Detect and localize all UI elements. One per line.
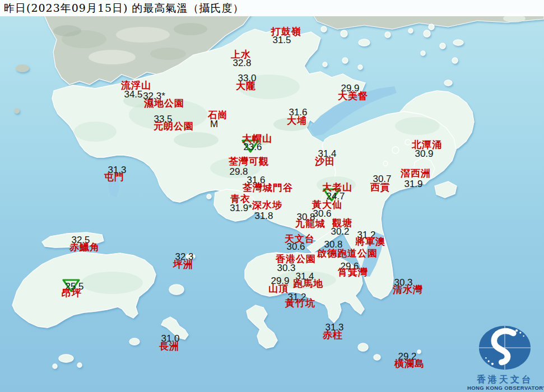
station-value: 31.9 [404,179,422,189]
page-title: 昨日(2023年09月15日) 的最高氣溫（攝氏度） [0,1,244,16]
station-name-label: 昂坪 [62,288,82,298]
station-name-label: 長洲 [159,342,179,351]
station-name-label: 流浮山 [121,81,151,90]
station-name-label: 九龍城 [295,219,326,228]
station-name-label: 清水灣 [393,285,423,295]
station-name-label: 上水 [231,50,251,59]
station-name-label: 黃大仙 [312,200,342,209]
station-name-label: 大隴 [236,81,256,91]
hko-logo-english-name: HONG KONG OBSERVATORY [467,385,542,391]
station-value: 31.9* [230,203,252,213]
station-value: M [210,119,218,129]
station-name-label: 山頂 [268,284,289,293]
station-value: 30.3 [277,263,295,273]
station-name-label: 濕地公園 [144,99,184,108]
station-name-label: 打鼓嶺 [271,27,301,36]
hko-logo-icon [478,324,532,371]
station-name-label: 黃竹坑 [285,298,315,308]
station-name-label: 青衣 [230,194,250,204]
station-name-label: 赤柱 [323,330,343,340]
station-name-label: 沙田 [315,157,335,166]
station-name-label: 深水埗 [252,200,282,210]
station-name-label: 石崗 [208,110,228,120]
station-name-label: 筲箕灣 [338,268,368,277]
station-name-label: 元朗公園 [154,122,194,131]
title-bar: 昨日(2023年09月15日) 的最高氣溫（攝氏度） [0,0,544,16]
station-name-label: 大埔 [287,116,307,125]
station-name-label: 滘西洲 [401,169,431,178]
station-name-label: 荃灣城門谷 [243,183,293,193]
stations-layer: 31.5打鼓嶺32.8上水33.0大隴34.5流浮山32.3*濕地公園33.5元… [0,0,544,392]
station-name-label: 天文台 [285,234,315,244]
station-name-label: 橫瀾島 [394,359,425,368]
station-name-label: 大老山 [322,183,352,192]
hko-logo-chinese-name: 香港天文台 [467,375,542,385]
station-value: 30.9 [415,149,433,158]
hko-logo: 香港天文台 HONG KONG OBSERVATORY [467,324,542,391]
hko-max-temperature-map: 昨日(2023年09月15日) 的最高氣溫（攝氏度） 31.5打鼓嶺32.8上水… [0,0,544,392]
station-name-label: 荃灣可觀 [229,157,269,166]
station-name-label: 觀塘 [332,218,352,228]
station-name-label: 大美督 [338,91,368,101]
station-name-label: 大帽山 [242,134,272,143]
station-name-label: 西貢 [370,183,390,192]
station-name-label: 屯門 [104,172,124,182]
station-name-label: 北潭涌 [412,140,442,150]
station-value: 31.8 [254,211,273,221]
station-value: 29.8 [229,167,248,176]
station-name-label: 香港公園 [276,254,316,264]
station-name-label: 將軍澳 [355,237,385,246]
station-name-label: 跑馬地 [293,279,323,288]
station-value: 34.5 [124,90,142,99]
station-value: 30.6 [313,209,331,218]
station-name-label: 啟德跑道公園 [317,249,378,258]
station-name-label: 赤鱲角 [69,242,100,252]
station-name-label: 坪洲 [173,260,193,269]
